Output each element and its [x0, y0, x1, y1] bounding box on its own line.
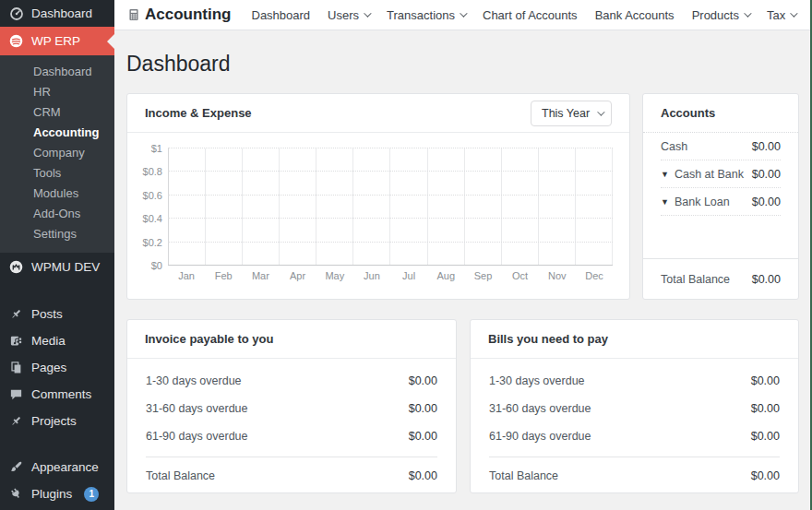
comment-bubble-icon	[8, 386, 24, 402]
nav-tax[interactable]: Tax	[767, 8, 795, 22]
chart-month-column	[280, 148, 316, 266]
aging-row: 61-90 days overdue $0.00	[489, 422, 780, 450]
chart-month-column	[390, 148, 427, 266]
chart-ylabels: $0$0.2$0.4$0.6$0.8$1	[138, 148, 166, 266]
gridline	[168, 195, 613, 196]
page-title: Dashboard	[126, 52, 812, 77]
x-tick-label: Jun	[353, 270, 390, 281]
sidebar-separator	[0, 434, 114, 454]
submenu-item-settings[interactable]: Settings	[0, 224, 114, 244]
sidebar-item-label: Pages	[31, 361, 66, 374]
sidebar-item-wp-erp[interactable]: WP ERP	[0, 27, 114, 55]
nav-chart-of-accounts[interactable]: Chart of Accounts	[483, 8, 578, 22]
aging-row: 61-90 days overdue $0.00	[146, 422, 437, 450]
submenu-item-dashboard[interactable]: Dashboard	[0, 62, 114, 82]
chart-month-column	[206, 148, 243, 266]
divider	[146, 457, 437, 457]
invoice-aging-list: 1-30 days overdue $0.00 31-60 days overd…	[127, 359, 456, 491]
accounting-nav: Dashboard Users Transactions Chart of Ac…	[252, 8, 812, 22]
sidebar-item-comments[interactable]: Comments	[0, 381, 114, 408]
sidebar-item-appearance[interactable]: Appearance	[0, 454, 114, 480]
nav-transactions[interactable]: Transactions	[387, 8, 465, 22]
sidebar-item-pages[interactable]: Pages	[0, 354, 114, 381]
x-tick-label: Jan	[168, 270, 205, 281]
pushpin-icon	[8, 306, 24, 322]
admin-sidebar: Dashboard WP ERP Dashboard HR CRM Accoun…	[0, 0, 114, 510]
sidebar-item-label: Posts	[31, 307, 63, 321]
accounts-header: Accounts	[643, 94, 798, 133]
account-row-cash-at-bank[interactable]: ▼ Cash at Bank $0.00	[661, 160, 781, 188]
submenu-item-company[interactable]: Company	[0, 143, 114, 163]
income-expense-chart: $0$0.2$0.4$0.6$0.8$1 JanFebMarAprMayJunJ…	[127, 133, 629, 281]
x-tick-label: Mar	[242, 270, 279, 281]
submenu-item-hr[interactable]: HR	[0, 82, 114, 102]
chevron-down-icon	[364, 9, 371, 17]
expand-caret-icon[interactable]: ▼	[661, 170, 669, 179]
chart-month-column	[428, 148, 465, 266]
accounting-topbar: Accounting Dashboard Users Transactions …	[114, 0, 812, 30]
pushpin-icon	[8, 413, 24, 429]
x-tick-label: Sep	[464, 270, 501, 281]
invoice-panel-header: Invoice payable to you	[127, 320, 456, 359]
y-tick-label: $0.4	[143, 213, 162, 224]
chart-month-column	[353, 148, 390, 266]
app-title: Accounting	[127, 6, 232, 24]
nav-dashboard[interactable]: Dashboard	[252, 8, 311, 22]
aging-row: 31-60 days overdue $0.00	[489, 395, 780, 422]
panel-title: Income & Expense	[145, 106, 252, 120]
media-icon	[8, 333, 24, 349]
accounts-total-row: Total Balance $0.00	[643, 258, 798, 299]
year-filter-select[interactable]: This Year	[531, 101, 612, 126]
chart-month-column	[243, 148, 280, 266]
paintbrush-icon	[8, 459, 24, 475]
nav-bank-accounts[interactable]: Bank Accounts	[595, 8, 675, 22]
sidebar-item-label: Dashboard	[31, 6, 92, 20]
x-tick-label: Oct	[502, 270, 539, 281]
nav-users[interactable]: Users	[328, 8, 369, 22]
nav-products[interactable]: Products	[692, 8, 749, 22]
wp-erp-logo-icon	[8, 33, 24, 49]
chart-month-column	[316, 148, 353, 266]
gauge-icon	[8, 6, 24, 21]
bills-total-row: Total Balance $0.00	[489, 461, 780, 491]
x-tick-label: Dec	[576, 270, 613, 281]
income-expense-panel: Income & Expense This Year $0$0.2$0.4$0.…	[126, 93, 630, 300]
chevron-down-icon	[744, 9, 751, 17]
sidebar-item-projects[interactable]: Projects	[0, 408, 114, 434]
submenu-item-tools[interactable]: Tools	[0, 163, 114, 184]
y-tick-label: $0.2	[143, 237, 162, 248]
sidebar-item-plugins[interactable]: Plugins 1	[0, 480, 114, 507]
x-tick-label: Jul	[390, 270, 427, 281]
sidebar-item-dashboard[interactable]: Dashboard	[0, 0, 114, 27]
gridline	[168, 242, 613, 243]
expand-caret-icon[interactable]: ▼	[661, 197, 669, 207]
submenu-item-modules[interactable]: Modules	[0, 184, 114, 204]
aging-row: 31-60 days overdue $0.00	[146, 395, 437, 422]
chart-month-column	[539, 148, 576, 266]
plugins-update-badge: 1	[84, 487, 99, 502]
accounts-list: Cash $0.00 ▼ Cash at Bank $0.00 ▼ Bank L…	[643, 133, 798, 216]
sidebar-item-posts[interactable]: Posts	[0, 301, 114, 327]
submenu-item-add-ons[interactable]: Add-Ons	[0, 204, 114, 224]
y-tick-label: $0.6	[143, 190, 162, 201]
chart-x-axis	[168, 265, 613, 266]
aging-row: 1-30 days overdue $0.00	[489, 367, 780, 395]
sidebar-item-wpmu-dev[interactable]: WPMU DEV	[0, 253, 114, 281]
x-tick-label: Apr	[280, 270, 316, 281]
submenu-item-accounting[interactable]: Accounting	[0, 123, 114, 143]
submenu-item-crm[interactable]: CRM	[0, 102, 114, 123]
sidebar-item-label: Appearance	[31, 460, 99, 474]
account-row-bank-loan[interactable]: ▼ Bank Loan $0.00	[661, 188, 781, 216]
y-tick-label: $0	[151, 260, 162, 271]
divider	[489, 457, 780, 457]
panel-title: Accounts	[661, 106, 715, 120]
chevron-down-icon	[597, 108, 604, 115]
sidebar-item-media[interactable]: Media	[0, 327, 114, 354]
gridline	[168, 218, 613, 219]
y-tick-label: $1	[151, 143, 162, 154]
chart-plot-area: $0$0.2$0.4$0.6$0.8$1	[168, 148, 613, 266]
sidebar-item-label: WPMU DEV	[31, 260, 100, 274]
account-row-cash[interactable]: Cash $0.00	[661, 133, 781, 160]
aging-row: 1-30 days overdue $0.00	[146, 367, 437, 395]
accounts-panel: Accounts Cash $0.00 ▼ Cash at Bank $0.00…	[642, 93, 799, 300]
